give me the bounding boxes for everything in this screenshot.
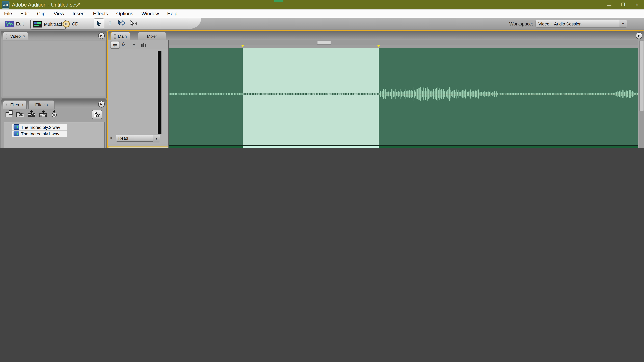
maximize-button[interactable]: ❐ [616, 0, 630, 9]
file-list[interactable]: The.Incredibly.2.wavThe.Incredibly1.wav [4, 122, 105, 148]
panel-grip[interactable] [114, 34, 116, 38]
multitrack-view-button[interactable]: Multitrack [30, 19, 66, 30]
cursor-arrow-icon [96, 20, 102, 26]
cd-view-button[interactable]: CD [63, 19, 78, 28]
audio-file-icon [14, 124, 19, 130]
waveform-render [243, 48, 379, 145]
panel-menu-button[interactable]: ▶ [98, 32, 105, 39]
audio-file-icon [14, 131, 19, 136]
waveform-render [379, 146, 638, 148]
menu-view[interactable]: View [50, 9, 68, 17]
menu-effects[interactable]: Effects [89, 9, 112, 17]
adobe-audition-window: Au Adobe Audition - Untitled.ses* — ❐ ✕ … [0, 0, 644, 148]
multitrack-icon [33, 21, 42, 27]
close-file-icon [16, 110, 24, 117]
automation-expander-icon[interactable]: ▶ [110, 136, 113, 140]
main-toolbar: Edit Multitrack CD I Workspace: Video + … [0, 17, 644, 29]
insert-multitrack-icon [39, 110, 47, 117]
track1-level-meter [158, 51, 161, 134]
panel-grip[interactable] [6, 102, 8, 107]
panel-menu-button[interactable]: ▶ [636, 32, 642, 39]
menu-edit[interactable]: Edit [16, 9, 33, 17]
track-bus-toggle-button[interactable]: ↳ [132, 41, 136, 47]
scrollbar-thumb[interactable] [317, 40, 331, 44]
scrollbar-thumb[interactable] [640, 40, 644, 111]
close-tab-icon[interactable]: x [22, 103, 24, 107]
minimize-button[interactable]: — [602, 0, 616, 9]
video-panel: Video x ▶ [1, 31, 107, 98]
edit-waveform-icon [5, 21, 14, 27]
workspace-select[interactable]: Video + Audio Session [536, 20, 619, 28]
hybrid-cursor-icon [129, 20, 137, 26]
files-panel: Files x Effects ▶ [1, 99, 107, 148]
vertical-scrollbar[interactable] [639, 40, 644, 148]
tab-main[interactable]: Main [110, 32, 130, 40]
window-title: Adobe Audition - Untitled.ses* [12, 2, 80, 7]
automation-mode-select[interactable]: Read [116, 135, 155, 142]
selection-marker-strip[interactable] [169, 45, 638, 48]
track1-controls: ▶ Read ▼ [108, 49, 168, 144]
options-eye-icon [94, 112, 100, 117]
waveform-display-area[interactable]: hms41.7041.7241.7441.7641.7841.8041.8241… [169, 40, 638, 148]
insert-cd-icon [50, 110, 58, 117]
ibeam-icon: I [109, 20, 111, 26]
track2-waveform[interactable] [169, 146, 638, 148]
menu-options[interactable]: Options [112, 9, 137, 17]
menu-clip[interactable]: Clip [33, 9, 50, 17]
track-inout-toggle-button[interactable]: ⇄ [110, 41, 120, 49]
workspace-control: Workspace: Video + Audio Session ▼ [509, 20, 627, 28]
ibeam-tool-button[interactable]: I [105, 18, 115, 27]
file-list-item[interactable]: The.Incredibly.2.wav [12, 124, 67, 130]
tab-video[interactable]: Video x [3, 32, 28, 40]
cd-disc-icon [63, 20, 70, 27]
track-fx-toggle-button[interactable]: fx [122, 41, 126, 46]
menu-file[interactable]: File [0, 9, 16, 17]
menu-insert[interactable]: Insert [68, 9, 89, 17]
files-toolbar [4, 110, 104, 121]
edit-view-button[interactable]: Edit [5, 19, 24, 28]
file-list-item[interactable]: The.Incredibly1.wav [12, 131, 67, 137]
hybrid-tool-button[interactable] [128, 18, 138, 27]
title-bar[interactable]: Au Adobe Audition - Untitled.ses* — ❐ ✕ [0, 0, 644, 9]
menu-help[interactable]: Help [163, 9, 181, 17]
files-options-toggle-button[interactable] [92, 110, 102, 119]
track-eq-toggle-button[interactable] [141, 42, 146, 47]
close-tab-icon[interactable]: x [23, 34, 25, 38]
selection-boundary-marker[interactable] [377, 45, 380, 48]
track2-controls: Track 2 M S R 0 → ▶ ← Master ▶ [108, 146, 168, 148]
track1-waveform[interactable] [169, 48, 638, 145]
waveform-render [169, 48, 243, 145]
main-panel: Main Mixer ▶ ⇄ fx ↳ ▶ Read ▼ [107, 30, 644, 148]
import-file-button[interactable] [5, 110, 14, 117]
waveform-render [169, 146, 243, 148]
move-cursor-icon [118, 20, 125, 26]
insert-into-cd-button[interactable] [50, 110, 58, 117]
tab-effects[interactable]: Effects [28, 100, 55, 109]
horizontal-scrollbar[interactable] [169, 40, 638, 45]
zero-cross-line [379, 94, 638, 94]
video-preview-area [3, 40, 105, 96]
close-button[interactable]: ✕ [630, 0, 644, 9]
close-file-button[interactable] [16, 110, 24, 117]
import-file-icon [5, 110, 14, 117]
insert-into-multitrack-button[interactable] [28, 110, 36, 117]
insert-waveform-icon [28, 110, 36, 117]
workspace-label: Workspace: [509, 21, 533, 26]
menu-window[interactable]: Window [137, 9, 163, 17]
waveform-render [243, 146, 379, 148]
panel-menu-button[interactable]: ▶ [98, 101, 105, 107]
waveform-render [379, 48, 638, 145]
eq-bars-icon [141, 42, 146, 47]
selection-boundary-marker[interactable] [241, 45, 244, 48]
tab-files[interactable]: Files x [3, 100, 27, 109]
move-clip-tool-button[interactable] [117, 18, 126, 27]
insert-video-into-multitrack-button[interactable] [39, 110, 47, 117]
menu-bar: FileEditClipViewInsertEffectsOptionsWind… [0, 9, 644, 18]
tab-mixer[interactable]: Mixer [138, 32, 166, 40]
time-selection-tool-button[interactable] [94, 18, 104, 28]
panel-grip[interactable] [6, 34, 8, 38]
automation-dropdown-arrow-icon[interactable]: ▼ [153, 135, 160, 142]
app-icon: Au [2, 1, 10, 9]
screen-artifact [274, 0, 284, 2]
workspace-dropdown-arrow-icon[interactable]: ▼ [619, 20, 627, 28]
